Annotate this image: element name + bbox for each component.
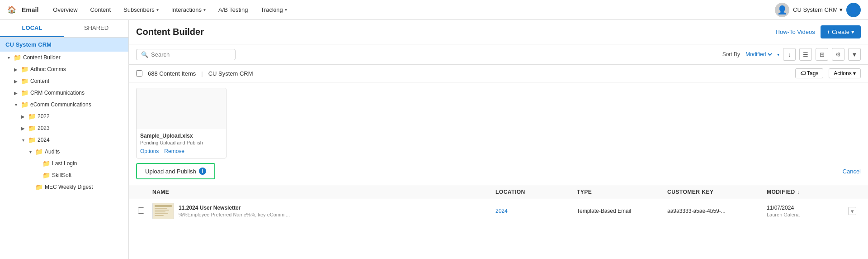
- tab-local[interactable]: LOCAL: [0, 20, 64, 37]
- tree-item-mec-weekly[interactable]: 📁 MEC Weekly Digest: [0, 181, 128, 193]
- header-expand-col: [846, 191, 861, 193]
- nav-subscribers[interactable]: Subscribers ▾: [118, 0, 164, 20]
- upload-status: Pending Upload and Publish: [140, 140, 222, 145]
- toggle-icon: ▾: [13, 102, 19, 107]
- header-modified-col: MODIFIED ↓: [765, 188, 846, 196]
- remove-link[interactable]: Remove: [164, 148, 184, 154]
- org-name[interactable]: CU System CRM ▾: [793, 6, 843, 13]
- how-to-videos-link[interactable]: How-To Videos: [776, 29, 815, 35]
- toggle-icon: ▶: [20, 114, 26, 119]
- item-desc: %%Employee Preferred Name%%, key eComm .…: [179, 212, 305, 217]
- row-checkbox: [136, 206, 151, 216]
- sort-label: Sort By: [722, 51, 740, 58]
- items-location: CU System CRM: [208, 70, 253, 77]
- folder-icon: 📁: [14, 54, 21, 61]
- sort-chevron-icon: ▾: [777, 52, 779, 57]
- options-link[interactable]: Options: [140, 148, 159, 154]
- header-customer-key-col: CUSTOMER KEY: [665, 188, 765, 196]
- tree-item-2024[interactable]: ▾ 📁 2024: [0, 134, 128, 146]
- upload-file-name: Sample_Upload.xlsx: [140, 133, 222, 139]
- tab-shared[interactable]: SHARED: [64, 20, 128, 37]
- tree-item-ecomm-comms[interactable]: ▾ 📁 eComm Communications: [0, 99, 128, 110]
- folder-icon: 📁: [42, 160, 50, 167]
- sort-direction-button[interactable]: ↓: [783, 48, 796, 61]
- tree-item-2023[interactable]: ▶ 📁 2023: [0, 122, 128, 134]
- home-icon[interactable]: 🏠: [7, 5, 16, 14]
- settings-button[interactable]: ⚙: [832, 48, 844, 61]
- header-checkbox-col: [136, 191, 151, 193]
- row-name-cell: 11.2024 User Newsletter %%Employee Prefe…: [151, 202, 494, 220]
- info-icon: i: [199, 168, 206, 175]
- folder-icon: 📁: [35, 183, 43, 191]
- filter-button[interactable]: ▼: [848, 48, 861, 61]
- cancel-link[interactable]: Cancel: [843, 168, 861, 175]
- row-select-checkbox[interactable]: [138, 207, 144, 214]
- toggle-icon: ▶: [13, 91, 19, 96]
- table-header: NAME LOCATION TYPE CUSTOMER KEY MODIFIED…: [129, 185, 868, 199]
- tree-item-last-login[interactable]: 📁 Last Login: [0, 158, 128, 169]
- user-avatar-blue[interactable]: 👤: [846, 3, 861, 17]
- nav-tracking[interactable]: Tracking ▾: [255, 0, 292, 20]
- toggle-icon: ▾: [27, 149, 33, 154]
- sidebar: LOCAL SHARED CU System CRM ▾ 📁 Content B…: [0, 20, 129, 259]
- folder-icon: 📁: [28, 125, 36, 132]
- subscribers-chevron-icon: ▾: [156, 7, 159, 12]
- sort-select[interactable]: Modified Name Created: [744, 51, 774, 58]
- org-chevron-icon: ▾: [840, 6, 843, 13]
- toggle-icon: ▾: [20, 138, 26, 143]
- tracking-chevron-icon: ▾: [285, 7, 287, 12]
- folder-icon: 📁: [28, 136, 36, 144]
- toggle-icon: ▶: [13, 79, 19, 84]
- folder-icon: 📁: [35, 148, 43, 155]
- nav-content[interactable]: Content: [85, 0, 117, 20]
- tree-item-skillsoft[interactable]: 📁 SkillSoft: [0, 169, 128, 181]
- header-name-col: NAME: [151, 188, 494, 196]
- folder-icon: 📁: [42, 172, 50, 179]
- nav-overview[interactable]: Overview: [47, 0, 83, 20]
- avatar: 👤: [775, 3, 789, 17]
- top-navigation: 🏠 Email Overview Content Subscribers ▾ I…: [0, 0, 868, 20]
- svg-rect-1: [155, 205, 172, 207]
- svg-rect-3: [155, 210, 169, 211]
- tree-item-crm-comms[interactable]: ▶ 📁 CRM Communications: [0, 87, 128, 99]
- svg-rect-6: [155, 215, 164, 216]
- tree-item-adhoc-comms[interactable]: ▶ 📁 Adhoc Comms: [0, 63, 128, 75]
- svg-rect-4: [155, 211, 165, 212]
- upload-publish-button[interactable]: Upload and Publish i: [136, 163, 215, 179]
- actions-button[interactable]: Actions ▾: [829, 68, 861, 78]
- upload-card: Sample_Upload.xlsx Pending Upload and Pu…: [136, 88, 226, 158]
- expand-button[interactable]: ▾: [848, 207, 856, 215]
- header-location-col: LOCATION: [494, 188, 575, 196]
- folder-icon: 📁: [21, 66, 28, 73]
- folder-icon: 📁: [21, 101, 28, 108]
- folder-icon: 📁: [21, 89, 28, 96]
- nav-interactions[interactable]: Interactions ▾: [166, 0, 211, 20]
- tree-item-audits[interactable]: ▾ 📁 Audits: [0, 146, 128, 158]
- header-actions: How-To Videos + Create ▾: [776, 25, 861, 38]
- list-view-button[interactable]: ☰: [799, 48, 812, 61]
- search-input[interactable]: [151, 51, 231, 58]
- items-header: 688 Content Items | CU System CRM 🏷 Tags…: [129, 65, 868, 82]
- sidebar-tabs: LOCAL SHARED: [0, 20, 128, 38]
- tree-item-content-builder[interactable]: ▾ 📁 Content Builder: [0, 52, 128, 63]
- toolbar: 🔍 Sort By Modified Name Created ▾ ↓ ☰ ⊞ …: [129, 44, 868, 65]
- page-header: Content Builder How-To Videos + Create ▾: [129, 20, 868, 44]
- tree-item-content[interactable]: ▶ 📁 Content: [0, 75, 128, 87]
- table-row: 11.2024 User Newsletter %%Employee Prefe…: [129, 199, 868, 223]
- divider: |: [201, 70, 203, 77]
- tree-item-2022[interactable]: ▶ 📁 2022: [0, 110, 128, 122]
- current-folder[interactable]: CU System CRM: [0, 38, 128, 52]
- main-layout: LOCAL SHARED CU System CRM ▾ 📁 Content B…: [0, 20, 868, 259]
- upload-card-actions: Options Remove: [140, 148, 222, 154]
- tags-button[interactable]: 🏷 Tags: [795, 68, 823, 78]
- toggle-icon: ▾: [5, 55, 12, 60]
- row-expand: ▾: [846, 206, 861, 216]
- select-all-checkbox[interactable]: [136, 70, 142, 77]
- nav-ab-testing[interactable]: A/B Testing: [213, 0, 254, 20]
- create-button[interactable]: + Create ▾: [821, 25, 861, 38]
- grid-view-button[interactable]: ⊞: [816, 48, 828, 61]
- row-type: Template-Based Email: [575, 207, 665, 215]
- svg-rect-2: [155, 208, 167, 209]
- page-title: Content Builder: [136, 27, 204, 37]
- row-location[interactable]: 2024: [494, 207, 575, 215]
